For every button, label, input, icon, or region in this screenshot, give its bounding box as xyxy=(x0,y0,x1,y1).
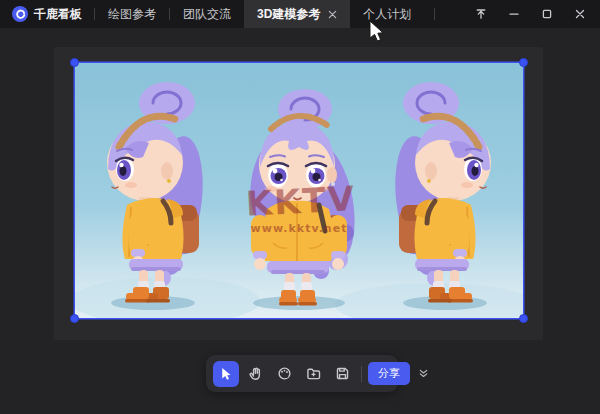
selection-handle-bottom-left[interactable] xyxy=(70,314,79,323)
selection-handle-top-right[interactable] xyxy=(519,58,528,67)
hand-icon xyxy=(248,366,263,381)
cursor-arrow-icon xyxy=(217,365,235,383)
collapse-toolbar-button[interactable] xyxy=(413,361,433,387)
watermark: KKTV www.kktv.net xyxy=(245,178,357,235)
canvas-toolbar: 分享 xyxy=(206,355,398,392)
close-window-button[interactable] xyxy=(563,0,596,28)
minimize-button[interactable] xyxy=(497,0,530,28)
mouse-cursor xyxy=(368,20,386,48)
palette-tool-button[interactable] xyxy=(271,361,297,387)
app-window: 千鹿看板 绘图参考 团队交流 3D建模参考 个人计划 xyxy=(0,0,600,414)
selection-handle-top-left[interactable] xyxy=(70,58,79,67)
pin-to-top-button[interactable] xyxy=(464,0,497,28)
hand-tool-button[interactable] xyxy=(242,361,268,387)
tab-3d-modeling-reference[interactable]: 3D建模参考 xyxy=(244,0,350,28)
share-button[interactable]: 分享 xyxy=(368,362,410,385)
app-logo[interactable]: 千鹿看板 xyxy=(0,0,94,28)
import-file-button[interactable] xyxy=(300,361,326,387)
swirl-logo-icon xyxy=(12,6,28,22)
tab-close-icon[interactable] xyxy=(328,10,337,19)
character-turnaround-illustration: KKTV www.kktv.net xyxy=(75,63,523,318)
double-chevron-down-icon xyxy=(418,368,429,379)
watermark-url: www.kktv.net xyxy=(251,222,348,235)
maximize-button[interactable] xyxy=(530,0,563,28)
divider xyxy=(434,8,435,20)
folder-plus-icon xyxy=(306,366,321,381)
tab-team-chat[interactable]: 团队交流 xyxy=(170,0,244,28)
tab-drawing-reference[interactable]: 绘图参考 xyxy=(95,0,169,28)
select-tool-button[interactable] xyxy=(213,361,239,387)
tab-bar: 千鹿看板 绘图参考 团队交流 3D建模参考 个人计划 xyxy=(0,0,600,28)
palette-icon xyxy=(277,366,292,381)
divider xyxy=(361,366,362,382)
save-button[interactable] xyxy=(329,361,355,387)
app-title: 千鹿看板 xyxy=(34,6,82,23)
watermark-text: KKTV xyxy=(245,178,357,224)
tab-personal-plan[interactable]: 个人计划 xyxy=(350,0,424,28)
window-controls xyxy=(464,0,600,28)
selection-handle-bottom-right[interactable] xyxy=(519,314,528,323)
floppy-save-icon xyxy=(335,366,350,381)
reference-image[interactable]: KKTV www.kktv.net xyxy=(75,63,523,318)
